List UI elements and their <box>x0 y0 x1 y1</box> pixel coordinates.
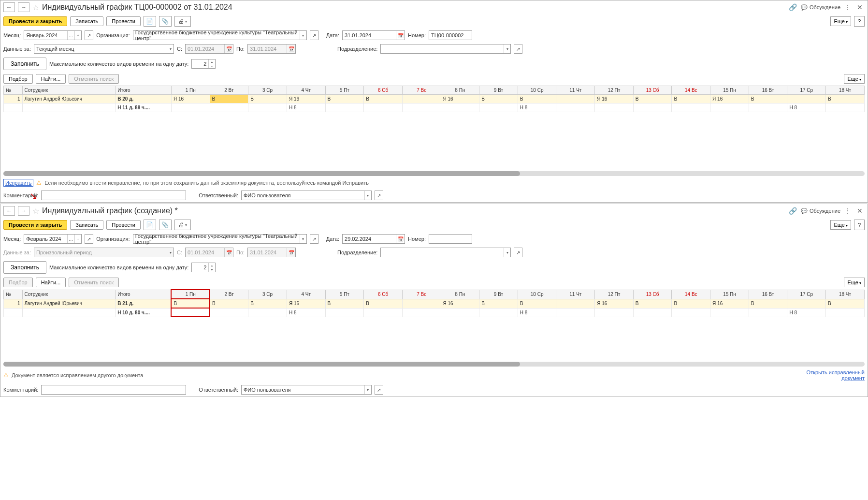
month-open-button-2[interactable]: ↗ <box>85 234 93 244</box>
col-day[interactable]: 18 Чт <box>826 86 865 95</box>
close-icon[interactable]: ✕ <box>855 3 865 11</box>
col-day[interactable]: 17 Ср <box>787 290 826 299</box>
post-close-button-2[interactable]: Провести и закрыть <box>3 220 67 230</box>
cell-day[interactable] <box>749 103 787 112</box>
org-open-button[interactable]: ↗ <box>310 30 318 40</box>
cell-day[interactable]: В <box>210 299 248 308</box>
table-more-button-2[interactable]: Еще <box>844 278 865 287</box>
col-day[interactable]: 5 Пт <box>325 86 364 95</box>
col-day[interactable]: 10 Ср <box>518 290 556 299</box>
cell-day[interactable] <box>595 308 634 317</box>
cell-day[interactable]: Я 16 <box>441 299 479 308</box>
cell-day[interactable]: Я 16 <box>441 95 479 103</box>
col-day[interactable]: 11 Чт <box>556 290 595 299</box>
col-day[interactable]: 16 Вт <box>749 86 787 95</box>
cell-total[interactable]: Н 11 д. 88 ч.... <box>116 103 172 112</box>
cell-total[interactable]: В 20 д. <box>116 95 172 103</box>
back-button[interactable]: ← <box>3 2 15 12</box>
cell-day[interactable] <box>402 299 441 308</box>
col-day[interactable]: 6 Сб <box>364 290 403 299</box>
cancel-search-button[interactable]: Отменить поиск <box>69 74 119 84</box>
cell-day[interactable] <box>633 103 672 112</box>
col-total[interactable]: Итого <box>116 86 172 95</box>
cell-day[interactable]: В <box>826 299 865 308</box>
datafor-field[interactable]: Текущий месяц▾ <box>34 44 174 54</box>
col-day[interactable]: 1 Пн <box>171 290 210 299</box>
cell-day[interactable]: Н 8 <box>518 308 556 317</box>
cell-day[interactable] <box>441 308 479 317</box>
col-day[interactable]: 14 Вс <box>672 86 710 95</box>
back-button-2[interactable]: ← <box>3 206 15 216</box>
attach-icon-button[interactable]: 📎 <box>159 16 172 27</box>
cell-day[interactable] <box>171 308 210 317</box>
print-icon-button[interactable]: 🖨 <box>174 16 191 27</box>
number-field[interactable]: ТЦ00-000002 <box>429 30 472 40</box>
col-day[interactable]: 15 Пн <box>710 86 749 95</box>
col-day[interactable]: 6 Сб <box>364 86 403 95</box>
cell-day[interactable]: Я 16 <box>710 299 749 308</box>
col-day[interactable]: 2 Вт <box>210 86 248 95</box>
col-day[interactable]: 15 Пн <box>710 290 749 299</box>
cell-day[interactable]: В <box>210 95 248 103</box>
attach-icon-button-2[interactable]: 📎 <box>159 220 172 230</box>
cell-day[interactable]: Я 16 <box>287 299 325 308</box>
dept-open-button-2[interactable]: ↗ <box>514 248 522 257</box>
org-open-button-2[interactable]: ↗ <box>310 234 318 244</box>
cell-day[interactable] <box>556 103 595 112</box>
col-day[interactable]: 5 Пт <box>325 290 364 299</box>
find-button[interactable]: Найти... <box>36 74 66 84</box>
cell-day[interactable]: В <box>633 299 672 308</box>
month-field-2[interactable]: Февраль 2024…÷ <box>24 234 82 244</box>
cell-day[interactable]: В <box>364 95 403 103</box>
h-scrollbar-2[interactable] <box>3 362 865 367</box>
cell-day[interactable]: Н 8 <box>787 103 826 112</box>
col-day[interactable]: 8 Пн <box>441 86 479 95</box>
col-num[interactable]: № <box>4 290 23 299</box>
cell-day[interactable] <box>364 103 403 112</box>
cell-employee[interactable] <box>22 308 116 317</box>
resp-field-2[interactable]: ФИО пользователя▾ <box>241 385 372 395</box>
save-button-2[interactable]: Записать <box>70 220 103 230</box>
comment-field-2[interactable] <box>41 385 186 395</box>
col-day[interactable]: 10 Ср <box>518 86 556 95</box>
col-day[interactable]: 18 Чт <box>826 290 865 299</box>
col-day[interactable]: 14 Вс <box>672 290 710 299</box>
cell-day[interactable]: В <box>749 95 787 103</box>
org-field[interactable]: Государственное бюджетное учреждение кул… <box>133 30 307 40</box>
date-field[interactable]: 31.01.2024📅 <box>342 30 405 40</box>
cell-day[interactable]: Н 8 <box>787 308 826 317</box>
cell-day[interactable]: В <box>479 299 518 308</box>
fill-button-2[interactable]: Заполнить <box>3 261 46 274</box>
cell-day[interactable]: Я 16 <box>710 95 749 103</box>
date-field-2[interactable]: 29.02.2024📅 <box>342 234 405 244</box>
cell-day[interactable]: В <box>672 95 710 103</box>
dept-field[interactable]: ▾ <box>380 44 511 54</box>
cell-day[interactable]: В <box>479 95 518 103</box>
menu-icon-2[interactable]: ⋮ <box>844 207 851 215</box>
cell-day[interactable] <box>672 308 710 317</box>
cell-day[interactable] <box>248 103 287 112</box>
month-open-button[interactable]: ↗ <box>85 30 93 40</box>
cell-day[interactable]: В <box>171 299 210 308</box>
resp-open-button-2[interactable]: ↗ <box>375 385 383 395</box>
cell-day[interactable]: В <box>633 95 672 103</box>
cell-day[interactable]: В <box>518 299 556 308</box>
dept-open-button[interactable]: ↗ <box>514 44 522 54</box>
cell-day[interactable] <box>210 103 248 112</box>
col-day[interactable]: 9 Вт <box>479 86 518 95</box>
find-button-2[interactable]: Найти... <box>36 278 66 287</box>
cell-num[interactable] <box>4 103 23 112</box>
cell-day[interactable] <box>210 308 248 317</box>
cell-day[interactable] <box>479 103 518 112</box>
col-day[interactable]: 4 Чт <box>287 290 325 299</box>
cell-day[interactable]: В <box>749 299 787 308</box>
col-day[interactable]: 12 Пт <box>595 86 634 95</box>
maxtypes-field-2[interactable]: 2▴▾ <box>191 263 216 272</box>
col-day[interactable]: 16 Вт <box>749 290 787 299</box>
cell-day[interactable] <box>826 308 865 317</box>
col-total[interactable]: Итого <box>116 290 172 299</box>
fill-button[interactable]: Заполнить <box>3 58 46 70</box>
cell-day[interactable]: В <box>248 95 287 103</box>
open-fixed-link[interactable]: Открыть исправленный документ <box>792 369 865 381</box>
save-button[interactable]: Записать <box>70 16 103 26</box>
